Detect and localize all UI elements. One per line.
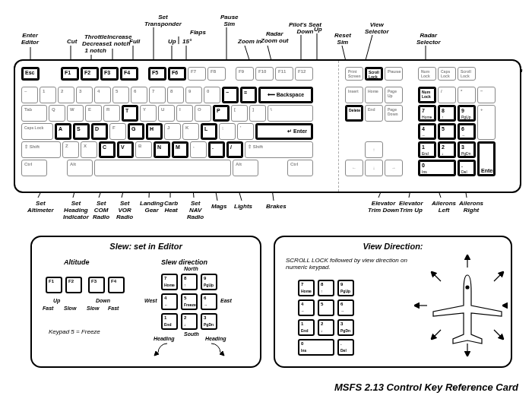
key-f4: F4 — [120, 67, 138, 81]
slew-arrows — [32, 237, 260, 366]
key-np2: 2↓ — [438, 141, 456, 158]
key-delete: Delete — [345, 105, 363, 122]
key-backslash: \ — [268, 105, 313, 122]
key-np1: 1End — [418, 141, 436, 158]
key-3: 3 — [76, 87, 93, 103]
key-f3: F3 — [100, 67, 119, 81]
key-end: End — [365, 105, 383, 122]
key-np6: 6→ — [458, 123, 476, 140]
svg-line-44 — [494, 330, 503, 339]
key-pause: Pause — [385, 67, 403, 81]
key-v: V — [117, 141, 134, 158]
key-j: J — [164, 123, 181, 140]
key-f11: F11 — [275, 67, 293, 81]
key-i: I — [176, 105, 193, 122]
key-prtsc: Print Screen — [345, 67, 363, 81]
key-g: G — [128, 123, 144, 140]
key-home: Home — [365, 87, 383, 103]
key-k: K — [182, 123, 199, 140]
key-r: R — [103, 105, 120, 122]
key-period: . — [208, 141, 225, 158]
key-f5: F5 — [148, 67, 166, 81]
key-pgdn: Page Down — [385, 105, 403, 122]
key-u: U — [158, 105, 175, 122]
key-lalt: Alt — [67, 160, 93, 176]
key-rshift: ⇧ Shift — [245, 141, 313, 158]
key-slash: / — [226, 141, 243, 158]
key-z: Z — [62, 141, 79, 158]
key-6: 6 — [131, 87, 147, 103]
view-arrows — [275, 237, 511, 366]
key-left-arrow: ← — [345, 160, 363, 176]
key-lctrl: Ctrl — [21, 160, 47, 176]
key-rctrl: Ctrl — [287, 160, 313, 176]
key-8: 8 — [167, 87, 184, 103]
key-l: L — [201, 123, 217, 140]
key-4: 4 — [94, 87, 111, 103]
key-tab: Tab — [21, 105, 47, 122]
key-f10: F10 — [255, 67, 274, 81]
key-d: D — [91, 123, 108, 140]
key-insert: Insert — [345, 87, 363, 103]
key-minus: − — [222, 87, 239, 103]
key-np-enter: Enter — [477, 141, 496, 176]
key-5: 5 — [112, 87, 129, 103]
key-np-mul: * — [458, 87, 476, 103]
key-b: B — [135, 141, 152, 158]
key-scroll-lock: Scroll Lock — [365, 67, 383, 81]
key-comma: , — [190, 141, 207, 158]
key-equals: = — [240, 87, 257, 103]
key-np8: 8↑ — [438, 105, 456, 122]
key-h: H — [146, 123, 163, 140]
key-f1: F1 — [61, 67, 79, 81]
key-esc: Esc — [21, 67, 40, 81]
footer-title: MSFS 2.13 Control Key Reference Card — [334, 382, 518, 393]
key-np-div: / — [438, 87, 456, 103]
svg-line-41 — [432, 272, 441, 281]
indicator-scrolllock: Scroll Lock — [458, 67, 476, 81]
key-f9: F9 — [236, 67, 254, 81]
key-x: X — [81, 141, 97, 158]
key-ralt: Alt — [233, 160, 258, 176]
key-np5: 5 — [438, 123, 456, 140]
key-c: C — [99, 141, 116, 158]
key-y: Y — [140, 105, 157, 122]
key-m: M — [172, 141, 188, 158]
key-w: W — [67, 105, 84, 122]
key-capslock: Caps Lock — [21, 123, 53, 140]
key-a: A — [55, 123, 71, 140]
key-p: P — [213, 105, 230, 122]
key-np7: 7Home — [418, 105, 436, 122]
key-t: T — [122, 105, 138, 122]
key-7: 7 — [149, 87, 166, 103]
key-f: F — [109, 123, 126, 140]
key-pgup: Page Up — [385, 87, 403, 103]
svg-line-42 — [494, 272, 503, 281]
key-9: 9 — [185, 87, 202, 103]
key-down-arrow: ↓ — [365, 160, 383, 176]
key-n: N — [154, 141, 170, 158]
key-right-arrow: → — [385, 160, 403, 176]
key-semicolon: ; — [219, 123, 236, 140]
key-numlock: Num Lock — [418, 87, 436, 103]
key-e: E — [85, 105, 102, 122]
key-np-dot: .Del — [458, 160, 476, 176]
svg-line-43 — [432, 330, 441, 339]
key-lbracket: [ — [231, 105, 248, 122]
key-0: 0 — [204, 87, 220, 103]
key-f7: F7 — [188, 67, 206, 81]
key-2: 2 — [58, 87, 74, 103]
panel-view: View Direction: SCROLL LOCK followed by … — [274, 236, 512, 368]
key-o: O — [195, 105, 211, 122]
key-np9: 9PgUp — [458, 105, 476, 122]
key-lshift: ⇧ Shift — [21, 141, 61, 158]
key-f6: F6 — [168, 67, 186, 81]
indicator-capslock: Caps Lock — [438, 67, 456, 81]
key-q: Q — [49, 105, 65, 122]
key-space — [94, 160, 231, 176]
key-rbracket: ] — [249, 105, 266, 122]
key-up-arrow: ↑ — [365, 141, 383, 158]
key-1: 1 — [40, 87, 56, 103]
key-enter: ↵ Enter — [255, 123, 313, 140]
key-tilde: ~ — [21, 87, 38, 103]
